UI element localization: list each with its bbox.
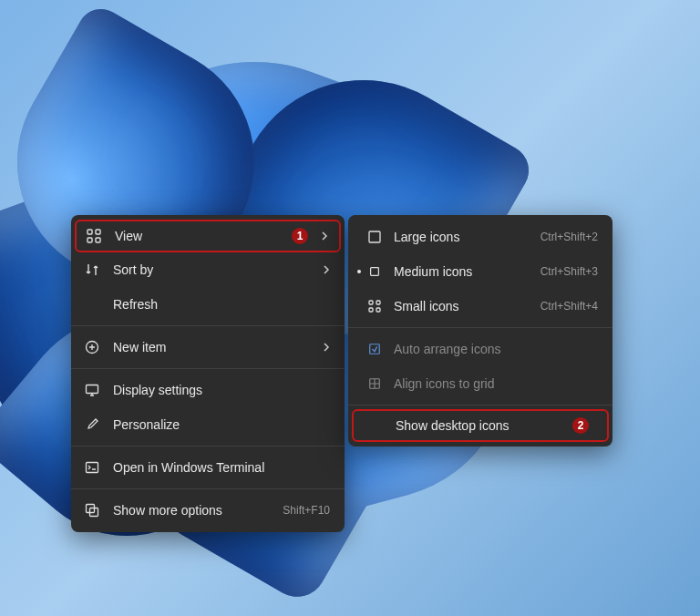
more-options-icon xyxy=(84,502,100,518)
separator xyxy=(71,325,345,326)
auto-arrange-icon xyxy=(366,341,383,357)
submenu-medium-label: Medium icons xyxy=(394,264,531,279)
menu-refresh-label: Refresh xyxy=(113,297,330,312)
menu-terminal[interactable]: Open in Windows Terminal xyxy=(71,450,345,485)
submenu-small-label: Small icons xyxy=(394,299,531,313)
menu-new-item[interactable]: New item xyxy=(71,330,345,364)
sort-icon xyxy=(84,262,100,278)
svg-rect-15 xyxy=(370,344,380,354)
submenu-show-desktop-label: Show desktop icons xyxy=(396,418,565,433)
separator xyxy=(71,488,345,489)
menu-terminal-label: Open in Windows Terminal xyxy=(113,460,330,475)
view-submenu: Large icons Ctrl+Shift+2 Medium icons Ct… xyxy=(348,215,612,447)
separator xyxy=(348,405,612,406)
submenu-medium-shortcut: Ctrl+Shift+3 xyxy=(540,265,598,278)
terminal-icon xyxy=(84,459,100,476)
submenu-align-grid[interactable]: Align icons to grid xyxy=(348,366,612,401)
chevron-right-icon xyxy=(315,231,328,241)
menu-new-label: New item xyxy=(113,340,317,354)
submenu-show-desktop-icons[interactable]: Show desktop icons 2 xyxy=(352,409,609,442)
small-icons-icon xyxy=(366,298,383,314)
medium-icons-icon xyxy=(366,263,383,280)
menu-more-shortcut: Shift+F10 xyxy=(283,504,330,517)
view-grid-icon xyxy=(86,228,102,244)
separator xyxy=(71,446,345,447)
chevron-right-icon xyxy=(317,342,330,353)
menu-sort-label: Sort by xyxy=(113,262,317,277)
svg-rect-1 xyxy=(96,230,100,234)
submenu-align-label: Align icons to grid xyxy=(394,376,598,391)
svg-rect-3 xyxy=(96,238,100,242)
svg-rect-9 xyxy=(369,231,380,242)
svg-rect-6 xyxy=(87,463,98,473)
menu-refresh[interactable]: Refresh xyxy=(71,287,345,322)
separator xyxy=(71,368,345,369)
plus-circle-icon xyxy=(84,339,100,355)
svg-rect-13 xyxy=(369,308,373,312)
menu-view-label: View xyxy=(115,229,284,243)
menu-personalize-label: Personalize xyxy=(113,417,330,432)
menu-more-options[interactable]: Show more options Shift+F10 xyxy=(71,493,345,528)
submenu-auto-arrange[interactable]: Auto arrange icons xyxy=(348,332,612,366)
selected-bullet-icon xyxy=(354,270,365,273)
desktop-context-menu: View 1 Sort by Refresh New item xyxy=(71,215,345,532)
svg-rect-12 xyxy=(376,301,380,304)
submenu-large-label: Large icons xyxy=(394,230,531,244)
svg-rect-11 xyxy=(369,301,373,304)
submenu-large-icons[interactable]: Large icons Ctrl+Shift+2 xyxy=(348,220,612,254)
menu-personalize[interactable]: Personalize xyxy=(71,407,345,442)
brush-icon xyxy=(84,416,100,433)
display-icon xyxy=(84,382,100,398)
annotation-badge-1: 1 xyxy=(292,228,308,244)
annotation-badge-2: 2 xyxy=(572,417,589,434)
svg-rect-10 xyxy=(371,268,379,276)
align-grid-icon xyxy=(366,375,383,392)
svg-rect-0 xyxy=(88,230,92,234)
chevron-right-icon xyxy=(317,264,330,275)
svg-rect-5 xyxy=(87,385,98,394)
separator xyxy=(348,327,612,328)
menu-view[interactable]: View 1 xyxy=(75,220,341,252)
svg-rect-2 xyxy=(88,238,92,242)
submenu-small-icons[interactable]: Small icons Ctrl+Shift+4 xyxy=(348,289,612,323)
blank-icon xyxy=(84,296,100,313)
menu-display-settings[interactable]: Display settings xyxy=(71,373,345,407)
menu-sort-by[interactable]: Sort by xyxy=(71,252,345,287)
menu-more-label: Show more options xyxy=(113,503,273,518)
menu-display-label: Display settings xyxy=(113,383,330,397)
submenu-auto-arrange-label: Auto arrange icons xyxy=(394,342,598,356)
submenu-large-shortcut: Ctrl+Shift+2 xyxy=(540,231,598,243)
submenu-small-shortcut: Ctrl+Shift+4 xyxy=(540,300,598,313)
large-icons-icon xyxy=(366,229,383,245)
submenu-medium-icons[interactable]: Medium icons Ctrl+Shift+3 xyxy=(348,254,612,289)
svg-rect-14 xyxy=(376,308,380,312)
